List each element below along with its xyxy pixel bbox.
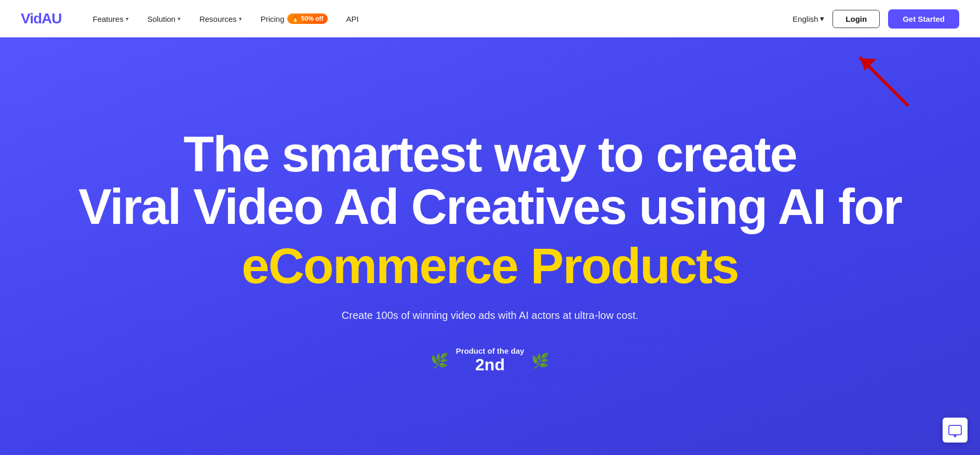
hero-title-line2: Viral Video Ad Creatives using AI for xyxy=(78,181,902,233)
hero-section: The smartest way to create Viral Video A… xyxy=(0,37,980,455)
chat-button[interactable] xyxy=(943,418,968,443)
laurel-right-icon: 🌿 xyxy=(531,352,549,369)
chat-icon xyxy=(948,425,962,435)
badge-rank: 2nd xyxy=(456,355,525,374)
chevron-down-icon: ▾ xyxy=(126,16,129,22)
pricing-discount-badge: 🔥 50% off xyxy=(287,14,327,24)
nav-solution[interactable]: Solution ▾ xyxy=(147,15,181,23)
logo[interactable]: VidAU xyxy=(21,10,62,27)
hero-subtitle: Create 100s of winning video ads with AI… xyxy=(342,310,638,322)
nav-links: Features ▾ Solution ▾ Resources ▾ Pricin… xyxy=(93,14,793,24)
hero-title-highlight: eCommerce Products xyxy=(241,238,738,293)
login-button[interactable]: Login xyxy=(833,10,880,28)
nav-right: English ▾ Login Get Started xyxy=(793,9,959,29)
nav-api[interactable]: API xyxy=(346,15,359,23)
chevron-down-icon: ▾ xyxy=(820,14,824,23)
language-selector[interactable]: English ▾ xyxy=(793,14,824,23)
nav-resources[interactable]: Resources ▾ xyxy=(199,15,242,23)
badge-label: Product of the day xyxy=(456,346,525,355)
red-arrow-icon xyxy=(855,48,918,110)
nav-pricing[interactable]: Pricing 🔥 50% off xyxy=(261,14,328,24)
product-badge: 🌿 Product of the day 2nd 🌿 xyxy=(431,346,550,374)
get-started-button[interactable]: Get Started xyxy=(888,9,959,29)
hero-title-line1: The smartest way to create xyxy=(183,128,797,181)
nav-features[interactable]: Features ▾ xyxy=(93,15,129,23)
navbar: VidAU Features ▾ Solution ▾ Resources ▾ … xyxy=(0,0,980,37)
laurel-left-icon: 🌿 xyxy=(431,352,449,369)
svg-marker-1 xyxy=(861,58,876,71)
chevron-down-icon: ▾ xyxy=(239,16,242,22)
badge-text: Product of the day 2nd xyxy=(456,346,525,374)
product-badge-row: 🌿 Product of the day 2nd 🌿 xyxy=(431,346,550,374)
chevron-down-icon: ▾ xyxy=(178,16,181,22)
